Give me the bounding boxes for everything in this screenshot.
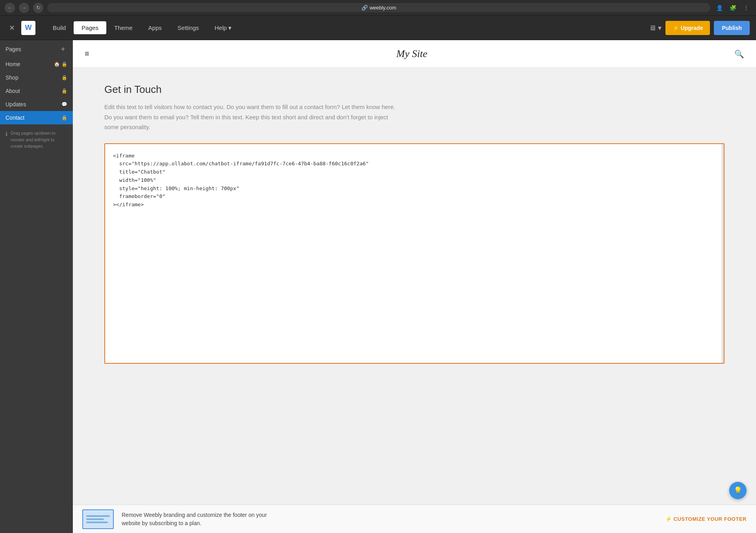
browser-back-button[interactable]: ← [5, 3, 15, 13]
footer-banner-text: Remove Weebly branding and customize the… [122, 511, 267, 527]
nav-theme[interactable]: Theme [106, 21, 141, 34]
sidebar-item-contact[interactable]: Contact 🔒 [0, 111, 73, 124]
site-header: ≡ My Site 🔍 [73, 40, 756, 68]
toolbar-nav: Build Pages Theme Apps Settings Help ▾ [45, 21, 649, 35]
lock-icon-home: 🔒 [61, 61, 67, 67]
browser-bar: ← → ↻ 🔗 weebly.com 👤 🧩 ⋮ [0, 0, 756, 16]
page-description: Edit this text to tell visitors how to c… [104, 102, 404, 132]
footer-banner-image [82, 509, 114, 529]
sidebar-item-about[interactable]: About 🔒 [0, 84, 73, 98]
page-heading: Get in Touch [104, 83, 724, 96]
browser-right-icons: 👤 🧩 ⋮ [714, 3, 751, 13]
customize-footer-button[interactable]: ⚡ CUSTOMIZE YOUR FOOTER [665, 516, 747, 522]
browser-extensions-button[interactable]: 🧩 [728, 3, 738, 13]
sidebar-item-shop[interactable]: Shop 🔒 [0, 71, 73, 84]
nav-pages[interactable]: Pages [74, 21, 106, 34]
main-layout: Pages + Home 🏠 🔒 Shop 🔒 About [0, 40, 756, 533]
sidebar-header: Pages + [0, 40, 73, 57]
sidebar-item-updates[interactable]: Updates 💬 [0, 98, 73, 111]
footer-banner: Remove Weebly branding and customize the… [73, 505, 756, 533]
nav-apps[interactable]: Apps [141, 21, 170, 34]
browser-account-button[interactable]: 👤 [714, 3, 724, 13]
page-label-shop: Shop [6, 74, 19, 81]
lock-icon-contact: 🔒 [61, 115, 67, 120]
nav-help[interactable]: Help ▾ [207, 21, 239, 35]
sidebar-item-home[interactable]: Home 🏠 🔒 [0, 57, 73, 71]
nav-settings[interactable]: Settings [170, 21, 207, 34]
weebly-logo: W [21, 21, 35, 35]
home-icon: 🏠 [54, 61, 60, 67]
search-icon[interactable]: 🔍 [734, 49, 744, 59]
lock-icon-shop: 🔒 [61, 75, 67, 80]
info-icon: ℹ [6, 130, 7, 138]
pages-title: Pages [6, 46, 21, 52]
preview-area: ≡ My Site 🔍 Get in Touch Edit this text … [73, 40, 756, 533]
link-icon: 🔗 [361, 5, 368, 11]
upgrade-button[interactable]: ⚡ Upgrade [665, 21, 710, 35]
page-label-home: Home [6, 61, 20, 67]
close-button[interactable]: ✕ [6, 22, 17, 33]
help-fab-button[interactable]: 💡 [729, 482, 747, 499]
embed-code-block[interactable]: <iframe src="https://app.ollabot.com/cha… [104, 143, 724, 364]
nav-build[interactable]: Build [45, 21, 74, 34]
toolbar-right: 🖥 ▾ ⚡ Upgrade Publish [649, 21, 750, 35]
lock-icon-about: 🔒 [61, 88, 67, 94]
chat-icon-updates: 💬 [61, 102, 67, 107]
drag-hint: ℹ Drag pages up/down to reorder and left… [0, 124, 73, 155]
browser-menu-button[interactable]: ⋮ [741, 3, 751, 13]
page-label-about: About [6, 88, 20, 94]
publish-button[interactable]: Publish [714, 21, 750, 35]
browser-refresh-button[interactable]: ↻ [33, 3, 43, 13]
site-title: My Site [396, 48, 427, 60]
app-toolbar: ✕ W Build Pages Theme Apps Settings Help… [0, 16, 756, 40]
page-label-contact: Contact [6, 115, 24, 121]
browser-url-bar: 🔗 weebly.com [47, 3, 710, 12]
browser-forward-button[interactable]: → [19, 3, 29, 13]
embed-code-content: <iframe src="https://app.ollabot.com/cha… [113, 152, 716, 209]
page-label-updates: Updates [6, 101, 26, 107]
device-selector-button[interactable]: 🖥 ▾ [649, 24, 662, 32]
add-page-button[interactable]: + [59, 45, 67, 54]
hamburger-icon[interactable]: ≡ [85, 49, 89, 58]
page-content: Get in Touch Edit this text to tell visi… [73, 68, 756, 505]
sidebar: Pages + Home 🏠 🔒 Shop 🔒 About [0, 40, 73, 533]
